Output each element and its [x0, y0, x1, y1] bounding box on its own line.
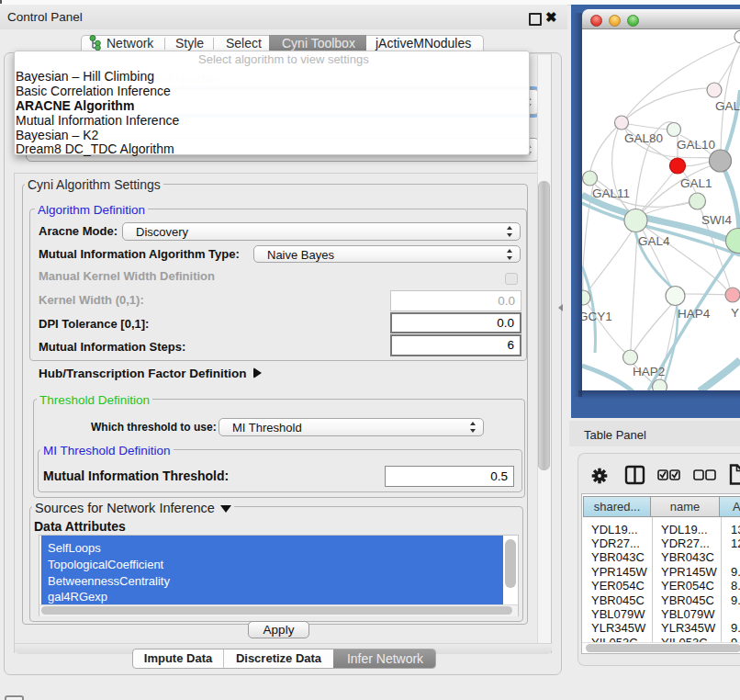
svg-text:GAL: GAL	[715, 99, 740, 113]
svg-text:GAL1: GAL1	[680, 176, 712, 190]
svg-text:SWI4: SWI4	[701, 213, 732, 227]
svg-text:Y: Y	[731, 306, 739, 320]
svg-text:HAP4: HAP4	[678, 307, 711, 321]
svg-text:GCY1: GCY1	[582, 310, 612, 323]
svg-text:GAL4: GAL4	[638, 234, 670, 248]
svg-text:GAL11: GAL11	[592, 186, 630, 200]
svg-text:HAP2: HAP2	[633, 365, 665, 378]
svg-text:GAL80: GAL80	[624, 131, 663, 145]
svg-text:GAL10: GAL10	[677, 138, 715, 152]
